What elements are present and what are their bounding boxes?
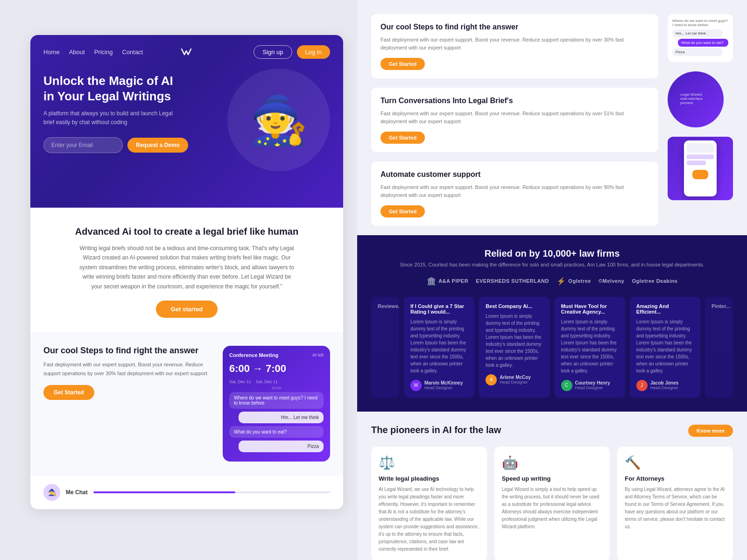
logo-text-3: Ogletree [568,278,591,284]
pioneers-title: The pioneers in AI for the law [371,425,501,435]
hero-section: Home About Pricing Contact Sign up Log i… [30,35,343,208]
right-mockups: Where do we want to meet guys? I need to… [668,9,733,200]
right-top-section: Our cool Steps to find right the answer … [357,0,747,235]
logos-row: 🏛️ A&A PIPER EVERSHEDS SUTHERLAND ⚡ Ogle… [371,277,733,286]
progress-bar [93,491,330,493]
testimonial-partial-left: Reviews... [371,297,399,398]
signup-button[interactable]: Sign up [254,45,292,59]
test-author-1: M Marvin McKinney Head Designer [410,380,468,391]
test-desc-3: Lorem Ipsum is simply dummy text of the … [561,318,619,374]
email-input[interactable] [43,137,123,153]
test-partial-title: Reviews... [378,303,393,309]
pioneer-icon-1: ⚖️ [379,455,479,470]
nav-pricing[interactable]: Pricing [94,49,113,56]
phone-device-mockup [668,137,733,200]
mini-chat-2: Legal Wizard chat interface preview [672,86,719,113]
test-author-info-3: Courtney Henry Head Designer [575,380,610,390]
hero-form: Request a Demo [43,137,183,153]
bottom-strip: 🧙 Me Chat [30,476,343,509]
phone-screen [684,140,717,196]
test-author-4: J Jacob Jones Head Designer [636,380,694,391]
testimonial-partial-right: Pinter... [705,297,733,398]
test-name-2: Arlene McCoy [500,375,531,380]
test-desc-1: Lorem Ipsum is simply dummy text of the … [410,318,468,374]
logo-text-2: EVERSHEDS SUTHERLAND [476,278,549,284]
pioneer-card-2: 🤖 Speed up writing Legal Wizard is simpl… [494,447,610,560]
phone-line-1 [687,154,714,159]
feature-desc-1: Fast deployment with our expert support.… [381,110,649,126]
phone-cta-shape [692,170,709,179]
nav-contact[interactable]: Contact [122,49,143,56]
start-time: 6:00 [229,363,250,375]
hero-title: Unlock the Magic of AI in Your Legal Wri… [43,73,183,104]
right-dark-section: Relied on by 10,000+ law firms Since 201… [357,235,747,412]
pioneer-icon-3: 🔨 [625,455,726,470]
arrow-icon: → [253,363,263,375]
testimonial-1: If I Could give a 7 Star Rating I would.… [404,297,474,398]
test-avatar-2: A [486,374,497,385]
nav-about[interactable]: About [69,49,85,56]
steps-text: Our cool Steps to find right the answer … [43,346,213,400]
middle-section: Advanced Ai tool to create a legal brief… [30,208,343,332]
test-name-4: Jacob Jones [650,380,679,385]
logo-3: ⚡ Ogletree [557,277,591,286]
nav-links: Home About Pricing Contact [43,49,143,56]
nav-home[interactable]: Home [43,49,60,56]
test-title-3: Must Have Tool for Creative Agency... [561,303,619,315]
chat-timestamp: 23:40 [229,386,324,390]
steps-desc: Fast deployment with our expert support.… [43,360,213,378]
test-title-4: Amazing And Efficient... [636,303,694,315]
nav-actions: Sign up Log in [254,45,330,59]
mockup-header: Conference Meeting 4h left [229,352,324,358]
mini-bubble-3: Pizza [672,48,723,56]
phone-screen-header [687,143,714,153]
feature-title-0: Our cool Steps to find right the answer [381,22,649,32]
wizard-illustration: 🧙 [227,69,330,171]
phone-mockup-chat-1: Where do we want to meet guys? I need to… [668,14,733,62]
pioneers-header: The pioneers in AI for the law Know more [371,425,733,437]
left-panel: Home About Pricing Contact Sign up Log i… [30,35,343,509]
right-bottom-section: The pioneers in AI for the law Know more… [357,412,747,560]
right-panel-inner: Our cool Steps to find right the answer … [357,0,747,560]
feature-cta-2[interactable]: Get Started [381,205,425,217]
logo-2: EVERSHEDS SUTHERLAND [476,278,549,284]
test-desc-2: Lorem Ipsum is simply dummy text of the … [486,313,543,369]
steps-cta-button[interactable]: Get Started [43,385,94,400]
steps-title: Our cool Steps to find right the answer [43,346,213,356]
get-started-button[interactable]: Get started [156,301,218,318]
pioneer-desc-1: At Legal Wizard, we use AI technology to… [379,486,479,553]
test-partial-title-right: Pinter... [712,303,726,309]
nav-logo [179,44,194,59]
logo-5: Ogletree Deakins [632,278,677,284]
steps-section: Our cool Steps to find right the answer … [30,332,343,476]
strip-title: Me Chat [66,489,88,496]
feature-cta-1[interactable]: Get Started [381,132,425,144]
test-title-1: If I Could give a 7 Star Rating I would.… [410,303,468,315]
progress-bar-fill [93,491,235,493]
chat-mockup: Conference Meeting 4h left 6:00 → 7:00 S… [223,346,330,462]
phone-mockup-chat-2: Legal Wizard chat interface preview [668,71,724,127]
pioneer-icon-2: 🤖 [502,455,603,470]
pioneers-cards: ⚖️ Write legal pleadings At Legal Wizard… [371,447,733,560]
phone-line-2 [687,161,706,165]
test-avatar-3: C [561,380,572,391]
feature-title-1: Turn Conversations Into Legal Brief's [381,96,649,106]
hero-subtitle: A platform that always you to build and … [43,109,183,127]
demo-button[interactable]: Request a Demo [127,138,188,153]
testimonials-row: Reviews... If I Could give a 7 Star Rati… [371,297,733,398]
test-role-1: Head Designer [424,385,463,390]
wizard-icon: 🧙 [250,97,308,143]
right-panel: Our cool Steps to find right the answer … [357,0,747,560]
know-more-button[interactable]: Know more [688,425,733,437]
login-button[interactable]: Log in [297,45,330,59]
chat-msg1: Where do we want to meet guys? I need to… [229,392,324,409]
pioneer-title-1: Write legal pleadings [379,475,479,482]
mockup-meeting-title: Conference Meeting [229,352,278,358]
relied-subtitle: Since 2015, Courtest has been making the… [371,262,733,267]
pioneer-card-1: ⚖️ Write legal pleadings At Legal Wizard… [371,447,487,560]
mini-chat-header: Where do we want to meet guys? I need to… [672,19,728,27]
mockup-dates: Sat, Dec 11 Sat, Dec 11 [229,379,324,384]
feature-cta-0[interactable]: Get Started [381,58,425,70]
test-avatar-4: J [636,380,648,391]
logo-text-1: A&A PIPER [438,278,468,284]
